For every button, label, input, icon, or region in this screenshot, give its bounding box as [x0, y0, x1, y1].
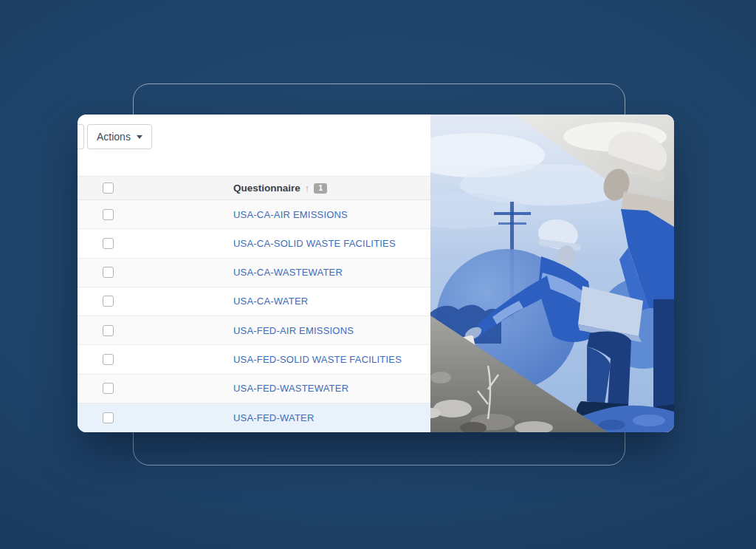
worker-photo-illustration: [430, 115, 674, 432]
row-checkbox[interactable]: [103, 383, 114, 394]
questionnaire-link[interactable]: USA-CA-SOLID WASTE FACILITIES: [233, 238, 396, 249]
clipped-button-fragment[interactable]: [78, 124, 84, 149]
table-row: USA-CA-SOLID WASTE FACILITIES: [78, 229, 430, 258]
table-header-row: Questionnaire ↑ 1: [78, 176, 430, 200]
column-header-label: Questionnaire: [233, 183, 300, 194]
column-header-questionnaire[interactable]: Questionnaire ↑ 1: [233, 183, 327, 194]
table-row: USA-FED-SOLID WASTE FACILITIES: [78, 345, 430, 374]
questionnaire-table-pane: Actions Questionnaire ↑ 1 USA-CA-AIR EMI…: [78, 115, 430, 432]
toolbar: Actions: [78, 115, 430, 176]
table-row: USA-FED-AIR EMISSIONS: [78, 316, 430, 345]
caret-down-icon: [137, 135, 142, 139]
row-checkbox[interactable]: [103, 296, 114, 307]
actions-button[interactable]: Actions: [87, 124, 152, 149]
questionnaire-link[interactable]: USA-FED-SOLID WASTE FACILITIES: [233, 354, 402, 365]
row-checkbox[interactable]: [103, 267, 114, 278]
field-workers-photo: [430, 115, 674, 432]
questionnaire-link[interactable]: USA-FED-WASTEWATER: [233, 383, 348, 394]
select-all-cell: [78, 183, 233, 194]
row-checkbox[interactable]: [103, 412, 114, 423]
table-row: USA-CA-WASTEWATER: [78, 259, 430, 287]
app-background: Actions Questionnaire ↑ 1 USA-CA-AIR EMI…: [0, 0, 756, 549]
questionnaire-link[interactable]: USA-CA-AIR EMISSIONS: [233, 209, 348, 220]
row-checkbox[interactable]: [103, 238, 114, 249]
questionnaire-link[interactable]: USA-CA-WASTEWATER: [233, 267, 343, 278]
row-checkbox[interactable]: [103, 354, 114, 365]
table-row: USA-CA-AIR EMISSIONS: [78, 200, 430, 229]
questionnaire-card: Actions Questionnaire ↑ 1 USA-CA-AIR EMI…: [78, 115, 674, 432]
table-row-highlighted: USA-FED-WATER: [78, 403, 430, 432]
questionnaire-link[interactable]: USA-FED-WATER: [233, 412, 314, 423]
questionnaire-link[interactable]: USA-CA-WATER: [233, 296, 308, 307]
row-checkbox[interactable]: [103, 209, 114, 220]
actions-button-label: Actions: [97, 131, 131, 143]
table-row: USA-CA-WATER: [78, 287, 430, 316]
row-checkbox[interactable]: [103, 325, 114, 336]
select-all-checkbox[interactable]: [103, 183, 114, 194]
table-row: USA-FED-WASTEWATER: [78, 375, 430, 403]
sort-order-badge: 1: [314, 183, 327, 194]
sort-ascending-icon: ↑: [305, 183, 310, 193]
questionnaire-link[interactable]: USA-FED-AIR EMISSIONS: [233, 325, 354, 336]
